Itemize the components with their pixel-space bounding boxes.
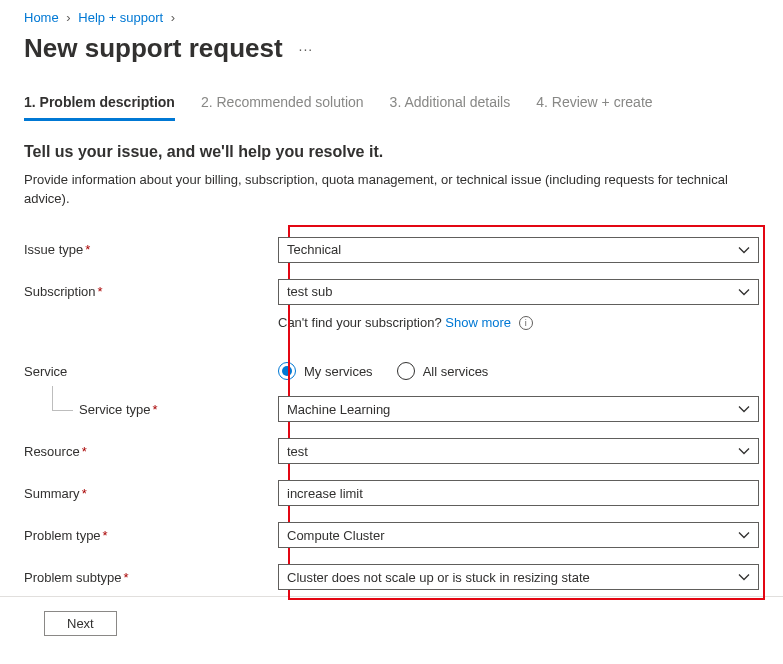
chevron-down-icon <box>738 573 750 581</box>
chevron-right-icon: › <box>66 10 70 25</box>
radio-my-services[interactable]: My services <box>278 362 373 380</box>
breadcrumb-help-support[interactable]: Help + support <box>78 10 163 25</box>
subscription-select[interactable]: test sub <box>278 279 759 305</box>
intro-body: Provide information about your billing, … <box>0 171 783 209</box>
tab-additional-details[interactable]: 3. Additional details <box>390 94 511 121</box>
label-summary: Summary* <box>24 486 278 501</box>
chevron-right-icon: › <box>171 10 175 25</box>
next-button[interactable]: Next <box>44 611 117 636</box>
breadcrumb-home[interactable]: Home <box>24 10 59 25</box>
problem-subtype-select[interactable]: Cluster does not scale up or is stuck in… <box>278 564 759 590</box>
label-service-type: Service type* <box>24 402 278 417</box>
resource-select[interactable]: test <box>278 438 759 464</box>
show-more-link[interactable]: Show more <box>445 315 511 330</box>
issue-type-select[interactable]: Technical <box>278 237 759 263</box>
tabs: 1. Problem description 2. Recommended so… <box>0 94 783 121</box>
label-subscription: Subscription* <box>24 284 278 299</box>
chevron-down-icon <box>738 246 750 254</box>
info-icon[interactable]: i <box>519 316 533 330</box>
subscription-helper: Can't find your subscription? Show more … <box>278 315 759 331</box>
chevron-down-icon <box>738 288 750 296</box>
page-title: New support request <box>24 33 283 64</box>
tab-problem-description[interactable]: 1. Problem description <box>24 94 175 121</box>
label-resource: Resource* <box>24 444 278 459</box>
label-problem-type: Problem type* <box>24 528 278 543</box>
more-actions-button[interactable]: ··· <box>299 41 314 57</box>
tab-review-create[interactable]: 4. Review + create <box>536 94 652 121</box>
label-problem-subtype: Problem subtype* <box>24 570 278 585</box>
summary-input[interactable]: increase limit <box>278 480 759 506</box>
label-service: Service <box>24 364 278 379</box>
label-issue-type: Issue type* <box>24 242 278 257</box>
chevron-down-icon <box>738 447 750 455</box>
intro-heading: Tell us your issue, and we'll help you r… <box>0 143 783 161</box>
service-type-select[interactable]: Machine Learning <box>278 396 759 422</box>
chevron-down-icon <box>738 405 750 413</box>
radio-all-services[interactable]: All services <box>397 362 489 380</box>
problem-type-select[interactable]: Compute Cluster <box>278 522 759 548</box>
tab-recommended-solution[interactable]: 2. Recommended solution <box>201 94 364 121</box>
chevron-down-icon <box>738 531 750 539</box>
breadcrumb: Home › Help + support › <box>0 10 783 33</box>
